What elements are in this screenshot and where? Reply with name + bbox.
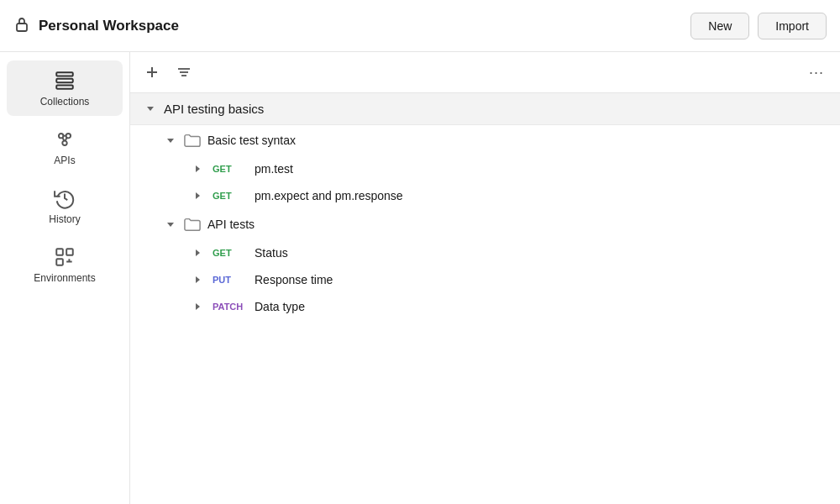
sidebar-item-collections[interactable]: Collections	[7, 60, 123, 116]
more-button[interactable]: ···	[803, 59, 830, 86]
add-button[interactable]	[140, 60, 164, 84]
request-row-1-1[interactable]: PUT Response time	[130, 266, 840, 293]
request-1-1-chevron	[191, 273, 204, 286]
request-row-0-1[interactable]: GET pm.expect and pm.response	[130, 182, 840, 209]
folder-2-name: API tests	[207, 218, 255, 231]
import-button[interactable]: Import	[758, 13, 827, 39]
request-name-0-0: pm.test	[255, 162, 293, 176]
svg-line-8	[62, 138, 64, 141]
folder-2-chevron	[164, 218, 177, 231]
method-badge-0-1: GET	[213, 191, 246, 201]
svg-rect-3	[56, 85, 73, 88]
request-name-1-2: Data type	[255, 300, 305, 313]
folder-row-1[interactable]: Basic test syntax	[130, 125, 840, 155]
request-name-1-1: Response time	[255, 273, 333, 286]
folder-2-icon	[184, 217, 201, 232]
request-1-2-chevron	[191, 300, 204, 313]
header-left: Personal Workspace	[13, 16, 179, 36]
environments-icon	[53, 245, 76, 269]
header: Personal Workspace New Import	[0, 0, 840, 52]
tree: API testing basics Basic test syntax GET…	[130, 93, 840, 504]
method-badge-1-1: PUT	[213, 275, 246, 285]
svg-rect-12	[56, 259, 63, 265]
method-badge-1-2: PATCH	[213, 302, 246, 312]
filter-button[interactable]	[171, 59, 197, 86]
svg-rect-0	[17, 24, 27, 31]
workspace-title: Personal Workspace	[39, 18, 179, 34]
collection-chevron	[144, 102, 157, 116]
folder-1-chevron	[164, 134, 177, 147]
svg-point-5	[66, 134, 71, 138]
sidebar-item-environments[interactable]: Environments	[7, 237, 123, 292]
svg-point-4	[59, 134, 63, 138]
history-label: History	[49, 213, 80, 225]
request-name-1-0: Status	[255, 246, 288, 260]
header-buttons: New Import	[690, 13, 827, 39]
collections-label: Collections	[40, 96, 90, 108]
history-icon	[53, 186, 76, 210]
request-row-1-2[interactable]: PATCH Data type	[130, 293, 840, 320]
request-row-0-0[interactable]: GET pm.test	[130, 155, 840, 182]
main: ··· API testing basics Basic test syntax	[130, 52, 840, 504]
method-badge-0-0: GET	[213, 164, 246, 174]
folder-1-icon	[184, 133, 201, 148]
svg-point-6	[62, 141, 66, 145]
svg-rect-10	[56, 249, 63, 255]
folder-2: API tests GET Status PUT Response time	[130, 209, 840, 320]
lock-icon	[13, 16, 30, 36]
apis-icon	[53, 128, 76, 151]
sidebar-item-history[interactable]: History	[7, 178, 123, 234]
toolbar: ···	[130, 52, 840, 93]
folder-1-name: Basic test syntax	[207, 134, 296, 147]
environments-label: Environments	[34, 272, 95, 284]
sidebar-item-apis[interactable]: APIs	[7, 119, 123, 175]
search-input[interactable]	[204, 59, 796, 86]
request-name-0-1: pm.expect and pm.response	[255, 189, 403, 202]
request-0-1-chevron	[191, 189, 204, 202]
request-1-0-chevron	[191, 246, 204, 260]
request-row-1-0[interactable]: GET Status	[130, 239, 840, 266]
body: Collections APIs	[0, 52, 840, 504]
new-button[interactable]: New	[690, 13, 749, 39]
request-0-0-chevron	[191, 162, 204, 176]
collection-row[interactable]: API testing basics	[130, 93, 840, 125]
svg-rect-1	[56, 72, 73, 76]
svg-rect-11	[66, 249, 73, 255]
collections-icon	[53, 69, 76, 92]
svg-rect-2	[56, 79, 73, 82]
method-badge-1-0: GET	[213, 248, 246, 258]
folder-row-2[interactable]: API tests	[130, 209, 840, 239]
sidebar: Collections APIs	[0, 52, 130, 504]
apis-label: APIs	[54, 155, 75, 166]
folder-1: Basic test syntax GET pm.test GET pm.exp…	[130, 125, 840, 209]
collection-title: API testing basics	[164, 102, 264, 116]
svg-line-9	[66, 138, 67, 141]
